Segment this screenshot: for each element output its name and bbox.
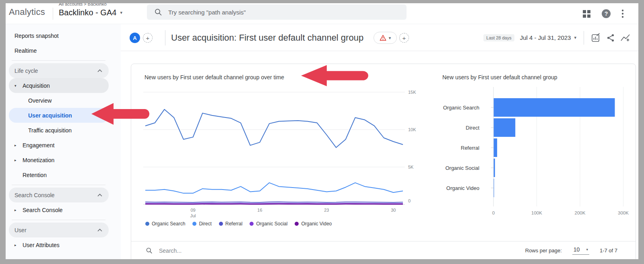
legend-label: Direct [199,221,211,227]
sidebar-item-monetization[interactable]: ▸Monetization [9,153,109,167]
bar-organic-video [494,179,494,197]
sidebar-item-search-console[interactable]: ▸Search Console [9,202,109,217]
warning-icon [380,35,386,41]
chevron-up-icon[interactable] [97,229,102,232]
triangle-right-icon[interactable]: ▸ [14,243,20,247]
legend-item-organic-video: Organic Video [295,221,332,227]
page-title: User acquisition: First user default cha… [171,33,363,43]
sidebar-item-user[interactable]: User [9,223,109,237]
legend-dot [219,222,223,226]
rows-per-page-value: 10 [574,246,580,253]
rows-per-page-select[interactable]: 10 ▾ [572,246,589,255]
global-search-placeholder: Try searching "path analysis" [168,9,246,16]
sidebar-item-search-console[interactable]: Search Console [9,188,109,202]
line-chart-title: New users by First user default channel … [144,74,284,80]
global-search-input[interactable]: Try searching "path analysis" [147,4,407,20]
overflow-menu-icon[interactable] [621,9,624,18]
apps-grid-icon[interactable] [582,10,591,18]
chevron-down-icon: ▾ [586,248,588,252]
sidebar-item-realtime[interactable]: Realtime [9,43,109,58]
breadcrumb: All accounts > Backlinko [59,3,122,6]
triangle-right-icon[interactable]: ▸ [14,208,20,212]
sidebar-item-label: Engagement [23,142,54,148]
legend-dot [192,222,196,226]
legend-label: Organic Search [152,221,185,227]
legend-item-organic-search: Organic Search [145,221,185,227]
chevron-down-icon: ▾ [120,10,122,15]
bar-direct [494,118,516,137]
property-name[interactable]: Backlinko - GA4 [59,8,116,17]
x-tick-month-label: Jul [190,213,196,218]
add-comparison-button[interactable]: + [143,33,153,43]
legend-dot [295,222,299,226]
customize-report-icon[interactable] [591,33,601,42]
sidebar-item-label: Search Console [23,207,63,213]
legend-dot [250,222,254,226]
analytics-app: Analytics All accounts > Backlinko Backl… [6,3,638,259]
triangle-right-icon[interactable]: ▸ [14,143,20,147]
category-label: Direct [466,125,479,131]
chevron-down-icon: ▾ [389,35,391,41]
search-icon [154,8,162,16]
line-chart: 15K10K5K009Jul162330 [139,87,417,222]
sidebar-item-label: Overview [28,97,52,104]
property-switcher[interactable]: All accounts > Backlinko Backlinko - GA4… [59,3,122,17]
bar-referral [494,138,497,157]
data-quality-badge[interactable]: ▾ [374,32,397,44]
category-label: Referral [461,145,479,151]
legend-label: Organic Social [256,221,287,227]
x-tick-label: 300K [618,210,629,215]
logo-divider [53,8,53,20]
sidebar-item-label: Acquisition [23,82,50,89]
sidebar-item-label: User acquisition [28,112,72,119]
sidebar-item-label: Search Console [14,192,55,198]
chevron-up-icon[interactable] [97,194,102,197]
date-range-value: Jul 4 - Jul 31, 2023 [520,34,571,41]
search-icon [146,247,153,254]
chart-legend: Organic SearchDirectReferralOrganic Soci… [145,221,332,227]
insights-icon[interactable] [621,33,630,42]
report-header: A + User acquisition: First user default… [121,24,638,51]
triangle-down-icon[interactable]: ▾ [14,84,20,88]
sidebar-item-engagement[interactable]: ▸Engagement [9,138,109,153]
sidebar-item-label: Realtime [14,47,37,54]
sidebar-item-life-cycle[interactable]: Life cycle [9,63,109,78]
add-filter-button[interactable]: + [399,33,409,43]
y-tick-label: 15K [408,90,416,95]
x-tick-label: 16 [257,208,262,212]
sidebar-item-retention[interactable]: Retention [9,167,109,182]
y-tick-label: 5K [408,165,414,169]
sidebar-divider [12,217,105,223]
bar-chart: 0100K200K300KOrganic SearchDirectReferra… [441,84,630,219]
date-range-picker[interactable]: Jul 4 - Jul 31, 2023 ▾ [520,34,576,41]
legend-item-referral: Referral [219,221,243,227]
sidebar-item-label: User [14,227,27,233]
sidebar-item-label: Reports snapshot [14,33,59,39]
chevron-down-icon: ▾ [574,35,576,40]
help-icon[interactable]: ? [601,9,611,19]
sidebar-divider [12,182,105,188]
sidebar-item-reports-snapshot[interactable]: Reports snapshot [9,28,109,43]
category-label: Organic Social [445,165,479,171]
legend-item-organic-social: Organic Social [250,221,287,227]
header-divider [165,30,165,45]
sidebar-item-user-attributes[interactable]: ▸User Attributes [9,237,109,252]
svg-text:?: ? [605,10,608,17]
annotation-arrow-chart-title [301,64,369,88]
category-label: Organic Search [443,105,479,111]
bar-organic-social [494,159,495,177]
chevron-up-icon[interactable] [97,69,102,72]
main-content: A + User acquisition: First user default… [121,24,638,259]
share-icon[interactable] [606,33,615,42]
table-search-input[interactable]: Search... [159,248,182,254]
header-divider [584,31,584,45]
sidebar-item-label: Retention [23,172,47,178]
triangle-right-icon[interactable]: ▸ [14,158,20,162]
sidebar-item-acquisition[interactable]: ▾Acquisition [9,78,109,93]
sidebar-divider [12,58,105,63]
line-series-referral [145,202,403,202]
line-series-organic-search [145,109,403,148]
avatar[interactable]: A [130,33,140,43]
x-tick-label: 0 [492,210,495,215]
sidebar-item-label: User Attributes [23,242,60,248]
